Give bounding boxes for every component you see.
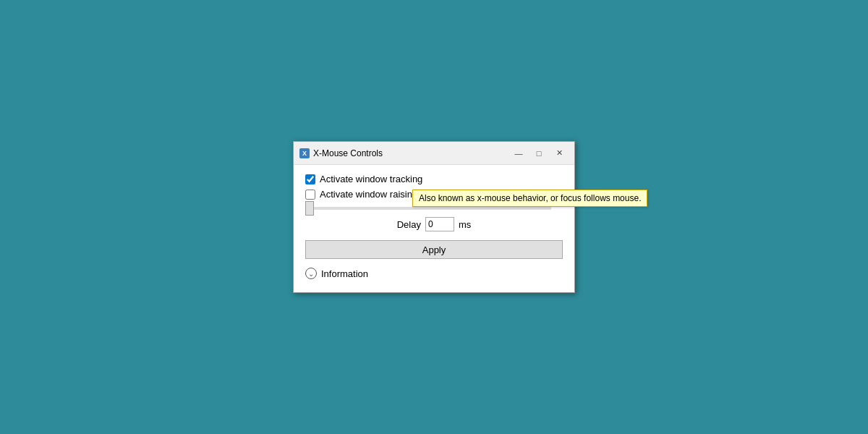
delay-label: Delay bbox=[397, 219, 421, 230]
titlebar: X X-Mouse Controls — □ ✕ bbox=[294, 142, 574, 165]
main-window: X X-Mouse Controls — □ ✕ Activate window… bbox=[293, 141, 575, 293]
app-icon: X bbox=[299, 148, 310, 158]
close-button[interactable]: ✕ bbox=[550, 146, 569, 161]
activate-tracking-row: Activate window tracking Also known as x… bbox=[305, 174, 563, 184]
delay-row: Delay ms bbox=[305, 217, 563, 231]
titlebar-left: X X-Mouse Controls bbox=[299, 148, 383, 158]
activate-raising-label: Activate window raising bbox=[320, 189, 417, 200]
information-row: ⌄ Information bbox=[305, 268, 563, 279]
activate-tracking-label: Activate window tracking bbox=[320, 174, 422, 184]
titlebar-controls: — □ ✕ bbox=[509, 146, 569, 161]
slider-row bbox=[305, 207, 563, 210]
information-icon[interactable]: ⌄ bbox=[305, 268, 317, 279]
activate-raising-checkbox[interactable] bbox=[305, 190, 315, 200]
minimize-button[interactable]: — bbox=[509, 146, 528, 161]
activate-tracking-checkbox[interactable] bbox=[305, 174, 315, 184]
delay-slider[interactable] bbox=[305, 207, 551, 210]
window-content: Activate window tracking Also known as x… bbox=[294, 165, 574, 292]
information-label: Information bbox=[321, 268, 368, 279]
delay-input[interactable] bbox=[425, 217, 454, 231]
apply-button[interactable]: Apply bbox=[305, 240, 563, 259]
tooltip: Also known as x-mouse behavior, or focus… bbox=[412, 190, 647, 207]
window-title: X-Mouse Controls bbox=[313, 148, 383, 158]
maximize-button[interactable]: □ bbox=[529, 146, 548, 161]
delay-unit: ms bbox=[459, 219, 471, 230]
